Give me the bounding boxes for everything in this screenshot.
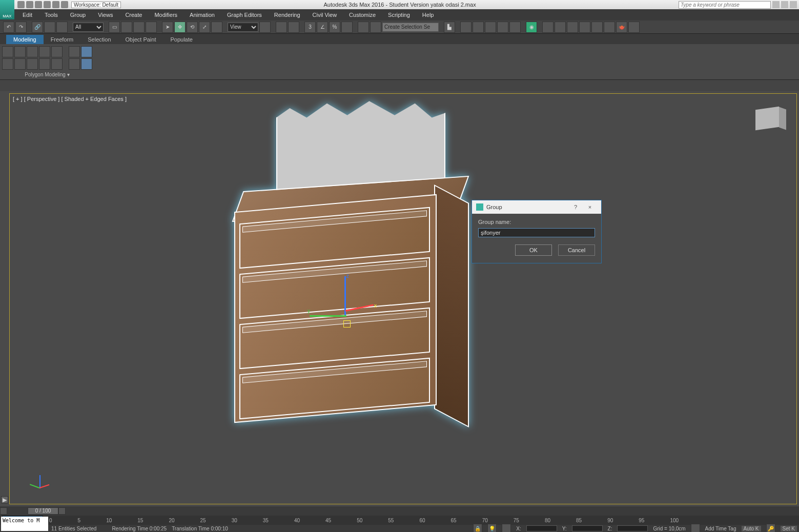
- align-icon[interactable]: [460, 22, 472, 33]
- render-in-cloud-icon[interactable]: [604, 22, 615, 33]
- curve-editor-icon[interactable]: [497, 22, 508, 33]
- cancel-button[interactable]: Cancel: [558, 244, 595, 256]
- coord-z-input[interactable]: [617, 525, 648, 531]
- schematic-view-icon[interactable]: [509, 22, 521, 33]
- timeslider-right-icon[interactable]: [58, 507, 66, 515]
- menu-scripting[interactable]: Scripting: [382, 9, 416, 21]
- render-prod-icon[interactable]: [567, 22, 578, 33]
- menu-help[interactable]: Help: [416, 9, 440, 21]
- named-selection-input[interactable]: [382, 23, 439, 32]
- help-icon[interactable]: [790, 1, 797, 8]
- cut-icon[interactable]: [27, 58, 38, 70]
- edit-named-sel-icon[interactable]: [358, 22, 369, 33]
- tab-freeform[interactable]: Freeform: [44, 35, 81, 44]
- spinner-snap-icon[interactable]: [341, 22, 353, 33]
- render-setup-icon[interactable]: [542, 22, 554, 33]
- subobj-vertex-icon[interactable]: [2, 46, 13, 57]
- named-sel-icon[interactable]: [370, 22, 381, 33]
- snap-toggle-icon[interactable]: 3: [304, 22, 316, 33]
- rendered-frame-icon[interactable]: [555, 22, 566, 33]
- scale-icon[interactable]: ⤢: [199, 22, 210, 33]
- select-icon[interactable]: ▭: [109, 22, 120, 33]
- menu-animation[interactable]: Animation: [183, 9, 221, 21]
- undo-icon[interactable]: ↶: [3, 22, 14, 33]
- selection-filter[interactable]: All: [73, 23, 104, 32]
- preview-icon[interactable]: [69, 46, 80, 57]
- layers-icon[interactable]: [473, 22, 484, 33]
- setkey-button[interactable]: Set K: [781, 526, 797, 531]
- rotate-icon[interactable]: ⟲: [187, 22, 198, 33]
- group-name-input[interactable]: [478, 228, 595, 237]
- ribbon-group-label[interactable]: Polygon Modeling ▾: [2, 71, 92, 77]
- autokey-button[interactable]: Auto K: [742, 526, 761, 531]
- show-end-result-icon[interactable]: [81, 46, 92, 57]
- material-editor-icon[interactable]: ◉: [526, 22, 537, 33]
- dialog-help-button[interactable]: ?: [568, 204, 583, 210]
- qat-open-icon[interactable]: [26, 1, 33, 8]
- dialog-close-button[interactable]: ×: [583, 204, 597, 210]
- keyboard-shortcut-icon[interactable]: [288, 22, 299, 33]
- unlink-icon[interactable]: [44, 22, 55, 33]
- misc1-icon[interactable]: [69, 58, 80, 70]
- qat-undo-icon[interactable]: [44, 1, 51, 8]
- app-logo[interactable]: MAX: [0, 0, 14, 19]
- selected-object[interactable]: [225, 96, 491, 424]
- ref-coord-system[interactable]: View: [228, 23, 258, 32]
- constraints-icon[interactable]: [51, 58, 63, 70]
- subobj-edge-icon[interactable]: [14, 46, 26, 57]
- qat-link-icon[interactable]: [61, 1, 68, 8]
- autodesk360-icon[interactable]: [628, 22, 640, 33]
- vp-toggle-icon[interactable]: ▶: [1, 496, 8, 503]
- angle-snap-icon[interactable]: ∠: [317, 22, 328, 33]
- percent-snap-icon[interactable]: %: [329, 22, 340, 33]
- quickslice-icon[interactable]: [14, 58, 26, 70]
- dialog-titlebar[interactable]: Group ? ×: [472, 200, 601, 214]
- time-slider[interactable]: 0 / 100: [0, 506, 799, 516]
- misc2-icon[interactable]: [81, 58, 92, 70]
- tab-objectpaint[interactable]: Object Paint: [118, 35, 163, 44]
- menu-group[interactable]: Group: [64, 9, 92, 21]
- timeline-ruler[interactable]: 0 5 10 15 20 25 30 35 40 45 50 55 60 65 …: [0, 516, 799, 525]
- toggle-ribbon-icon[interactable]: [485, 22, 496, 33]
- menu-tools[interactable]: Tools: [38, 9, 64, 21]
- qat-new-icon[interactable]: [17, 1, 25, 8]
- key-icon[interactable]: 🔑: [766, 524, 775, 532]
- placement-icon[interactable]: [211, 22, 222, 33]
- tab-populate[interactable]: Populate: [163, 35, 199, 44]
- select-name-icon[interactable]: [121, 22, 132, 33]
- favorites-icon[interactable]: [781, 1, 788, 8]
- menu-modifiers[interactable]: Modifiers: [148, 9, 183, 21]
- workspace-selector[interactable]: Workspace: Default: [71, 2, 121, 8]
- mirror-icon[interactable]: ▙: [444, 22, 455, 33]
- manipulate-icon[interactable]: [276, 22, 287, 33]
- menu-customize[interactable]: Customize: [343, 9, 382, 21]
- menu-views[interactable]: Views: [92, 9, 119, 21]
- bind-icon[interactable]: [56, 22, 68, 33]
- activeshade-icon[interactable]: [591, 22, 603, 33]
- add-time-tag[interactable]: Add Time Tag: [705, 526, 736, 531]
- qat-redo-icon[interactable]: [52, 1, 59, 8]
- pivot-icon[interactable]: [259, 22, 271, 33]
- isolate-icon[interactable]: 💡: [487, 524, 497, 532]
- lock-selection-icon[interactable]: 🔒: [473, 524, 482, 532]
- redo-icon[interactable]: ↷: [15, 22, 27, 33]
- viewport-label[interactable]: [ + ] [ Perspective ] [ Shaded + Edged F…: [13, 96, 127, 102]
- transform-gizmo-icon[interactable]: z y x: [310, 273, 381, 345]
- ok-button[interactable]: OK: [515, 244, 552, 256]
- render-iter-icon[interactable]: [579, 22, 590, 33]
- window-crossing-icon[interactable]: [146, 22, 157, 33]
- repeat-last-icon[interactable]: [2, 58, 13, 70]
- time-tag-icon[interactable]: [691, 524, 700, 532]
- select-object-icon[interactable]: ➤: [162, 22, 173, 33]
- subobj-polygon-icon[interactable]: [39, 46, 50, 57]
- timeslider-knob[interactable]: 0 / 100: [28, 507, 58, 515]
- render-teapot-icon[interactable]: 🫖: [616, 22, 627, 33]
- coord-y-input[interactable]: [572, 525, 603, 531]
- help-search-input[interactable]: [679, 1, 771, 9]
- subobj-element-icon[interactable]: [51, 46, 63, 57]
- coord-x-input[interactable]: [526, 525, 557, 531]
- link-icon[interactable]: 🔗: [32, 22, 43, 33]
- tab-modeling[interactable]: Modeling: [6, 35, 44, 44]
- menu-rendering[interactable]: Rendering: [268, 9, 306, 21]
- menu-grapheditors[interactable]: Graph Editors: [221, 9, 268, 21]
